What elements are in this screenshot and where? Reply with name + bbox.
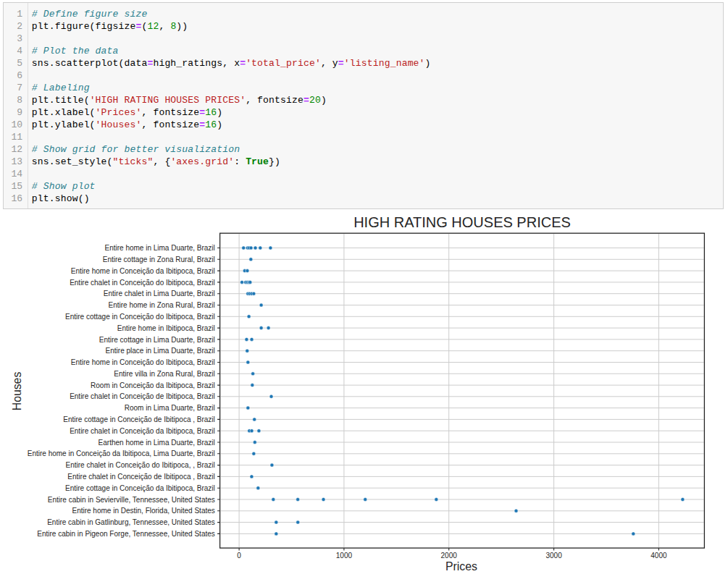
svg-text:Entire home in Conceição da Ib: Entire home in Conceição da Ibitipoca, B… [71,267,215,275]
svg-text:HIGH RATING HOUSES PRICES: HIGH RATING HOUSES PRICES [353,214,571,230]
svg-text:Entire chalet in Conceição de: Entire chalet in Conceição de Ibitipoca,… [70,392,215,400]
svg-text:Entire home in Conceição do Ib: Entire home in Conceição do Ibitipoca, B… [71,358,215,366]
svg-text:Entire place in Lima Duarte, B: Entire place in Lima Duarte, Brazil [106,347,215,355]
svg-text:Room in Conceição da Ibitipoca: Room in Conceição da Ibitipoca, Brazil [91,381,215,389]
svg-text:Entire chalet in Lima Duarte,: Entire chalet in Lima Duarte, Brazil [104,290,215,297]
svg-text:Entire home in Conceição da Ib: Entire home in Conceição da Ibitipoca, L… [28,450,215,457]
svg-text:Entire home in Ibitipoca, Braz: Entire home in Ibitipoca, Brazil [117,324,215,332]
svg-text:Entire home in Destin, Florida: Entire home in Destin, Florida, United S… [72,507,214,515]
svg-text:2000: 2000 [441,552,458,560]
svg-text:Entire cabin in Pigeon Forge,: Entire cabin in Pigeon Forge, Tennessee,… [37,530,215,538]
svg-text:0: 0 [237,552,241,560]
svg-text:Entire cottage in Conceição de: Entire cottage in Conceição de Ibitipoca… [63,415,215,423]
svg-text:Entire cabin in Gatlinburg, Te: Entire cabin in Gatlinburg, Tennessee, U… [47,518,215,526]
svg-text:Entire cottage in Zona Rural,: Entire cottage in Zona Rural, Brazil [103,256,215,263]
svg-text:Houses: Houses [11,372,23,411]
svg-text:Entire chalet in Conceição do: Entire chalet in Conceição do Ibitipoca,… [66,461,215,469]
svg-text:Entire chalet in Conceição do: Entire chalet in Conceição do Ibitipoca,… [70,279,215,287]
svg-text:3000: 3000 [545,552,562,560]
svg-text:Entire chalet in Conceição de: Entire chalet in Conceição de Ibitipoca … [67,473,214,481]
svg-text:Entire cottage in Lima Duarte,: Entire cottage in Lima Duarte, Brazil [99,336,215,344]
svg-text:Entire chalet in Conceição da: Entire chalet in Conceição da Ibitipoca,… [70,427,215,435]
svg-text:Entire cottage in Conceição do: Entire cottage in Conceição do Ibitipoca… [65,313,215,321]
svg-text:4000: 4000 [650,552,667,560]
svg-text:Prices: Prices [445,560,477,573]
svg-text:Entire villa in Zona Rural, Br: Entire villa in Zona Rural, Brazil [114,370,215,378]
svg-text:Room in Lima Duarte, Brazil: Room in Lima Duarte, Brazil [125,404,215,412]
svg-text:1000: 1000 [336,552,353,560]
svg-text:Entire cottage in Conceição da: Entire cottage in Conceição da Ibitipoca… [65,484,215,492]
svg-text:Entire home in Lima Duarte, Br: Entire home in Lima Duarte, Brazil [105,244,215,252]
svg-text:Earthen home in Lima Duarte, B: Earthen home in Lima Duarte, Brazil [99,439,215,447]
svg-text:Entire home in Zona Rural, Bra: Entire home in Zona Rural, Brazil [109,301,215,309]
svg-text:Entire cabin in Sevierville, T: Entire cabin in Sevierville, Tennessee, … [48,496,215,504]
